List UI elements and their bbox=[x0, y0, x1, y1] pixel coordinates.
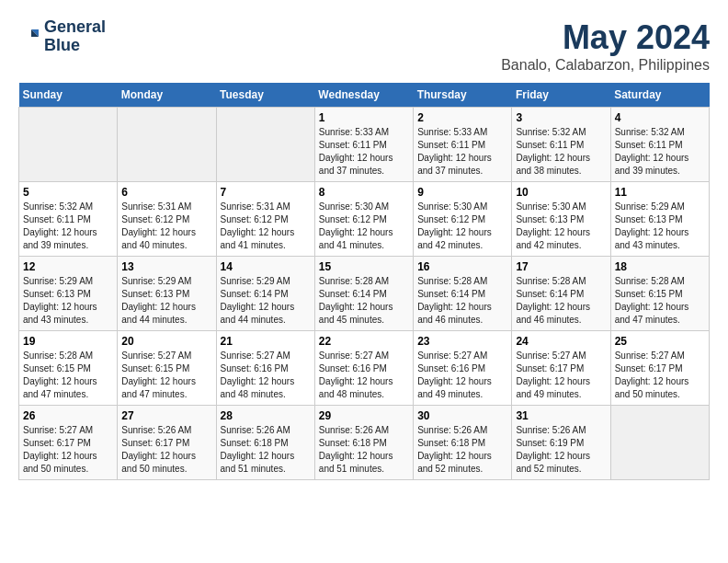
calendar-cell: 29Sunrise: 5:26 AM Sunset: 6:18 PM Dayli… bbox=[314, 406, 413, 480]
day-number: 11 bbox=[615, 186, 705, 199]
week-row-4: 19Sunrise: 5:28 AM Sunset: 6:15 PM Dayli… bbox=[19, 331, 710, 406]
day-info: Sunrise: 5:27 AM Sunset: 6:17 PM Dayligh… bbox=[23, 424, 113, 476]
day-number: 5 bbox=[23, 186, 113, 199]
day-info: Sunrise: 5:26 AM Sunset: 6:18 PM Dayligh… bbox=[417, 424, 507, 476]
day-number: 6 bbox=[121, 186, 211, 199]
day-info: Sunrise: 5:26 AM Sunset: 6:18 PM Dayligh… bbox=[319, 424, 409, 476]
day-number: 1 bbox=[319, 111, 409, 124]
weekday-header-wednesday: Wednesday bbox=[314, 83, 413, 108]
calendar-cell: 10Sunrise: 5:30 AM Sunset: 6:13 PM Dayli… bbox=[512, 182, 610, 257]
day-info: Sunrise: 5:27 AM Sunset: 6:16 PM Dayligh… bbox=[417, 350, 507, 401]
day-number: 28 bbox=[221, 409, 311, 422]
day-info: Sunrise: 5:31 AM Sunset: 6:12 PM Dayligh… bbox=[121, 201, 211, 252]
calendar-cell: 23Sunrise: 5:27 AM Sunset: 6:16 PM Dayli… bbox=[414, 331, 512, 406]
week-row-3: 12Sunrise: 5:29 AM Sunset: 6:13 PM Dayli… bbox=[19, 257, 710, 331]
day-number: 13 bbox=[121, 260, 211, 273]
calendar-cell bbox=[216, 108, 314, 182]
day-info: Sunrise: 5:33 AM Sunset: 6:11 PM Dayligh… bbox=[417, 126, 507, 178]
day-info: Sunrise: 5:27 AM Sunset: 6:17 PM Dayligh… bbox=[615, 350, 705, 401]
calendar-cell: 27Sunrise: 5:26 AM Sunset: 6:17 PM Dayli… bbox=[118, 406, 216, 480]
logo-line2: Blue bbox=[44, 37, 106, 55]
calendar-cell: 17Sunrise: 5:28 AM Sunset: 6:14 PM Dayli… bbox=[512, 257, 610, 331]
calendar-cell: 15Sunrise: 5:28 AM Sunset: 6:14 PM Dayli… bbox=[314, 257, 413, 331]
day-info: Sunrise: 5:29 AM Sunset: 6:13 PM Dayligh… bbox=[615, 201, 705, 252]
day-info: Sunrise: 5:28 AM Sunset: 6:15 PM Dayligh… bbox=[615, 275, 705, 327]
day-number: 27 bbox=[121, 409, 211, 422]
weekday-header-friday: Friday bbox=[512, 83, 610, 108]
calendar-cell: 28Sunrise: 5:26 AM Sunset: 6:18 PM Dayli… bbox=[216, 406, 314, 480]
day-number: 30 bbox=[417, 409, 507, 422]
day-number: 14 bbox=[221, 260, 311, 273]
day-number: 21 bbox=[221, 335, 311, 348]
logo-line1: General bbox=[44, 18, 106, 37]
calendar-cell: 18Sunrise: 5:28 AM Sunset: 6:15 PM Dayli… bbox=[610, 257, 709, 331]
calendar-cell: 20Sunrise: 5:27 AM Sunset: 6:15 PM Dayli… bbox=[118, 331, 216, 406]
day-number: 7 bbox=[221, 186, 311, 199]
day-info: Sunrise: 5:28 AM Sunset: 6:14 PM Dayligh… bbox=[417, 275, 507, 327]
calendar-cell: 31Sunrise: 5:26 AM Sunset: 6:19 PM Dayli… bbox=[512, 406, 610, 480]
day-info: Sunrise: 5:30 AM Sunset: 6:12 PM Dayligh… bbox=[417, 201, 507, 252]
calendar-cell: 8Sunrise: 5:30 AM Sunset: 6:12 PM Daylig… bbox=[314, 182, 413, 257]
month-title: May 2024 bbox=[501, 18, 710, 57]
day-info: Sunrise: 5:32 AM Sunset: 6:11 PM Dayligh… bbox=[615, 126, 705, 178]
day-info: Sunrise: 5:31 AM Sunset: 6:12 PM Dayligh… bbox=[221, 201, 311, 252]
calendar-cell: 2Sunrise: 5:33 AM Sunset: 6:11 PM Daylig… bbox=[414, 108, 512, 182]
day-number: 4 bbox=[615, 111, 705, 124]
day-number: 23 bbox=[417, 335, 507, 348]
day-number: 9 bbox=[417, 186, 507, 199]
calendar-cell: 4Sunrise: 5:32 AM Sunset: 6:11 PM Daylig… bbox=[610, 108, 709, 182]
day-info: Sunrise: 5:26 AM Sunset: 6:18 PM Dayligh… bbox=[221, 424, 311, 476]
day-number: 18 bbox=[615, 260, 705, 273]
weekday-header-row: SundayMondayTuesdayWednesdayThursdayFrid… bbox=[19, 83, 710, 108]
weekday-header-tuesday: Tuesday bbox=[216, 83, 314, 108]
day-number: 8 bbox=[319, 186, 409, 199]
calendar-cell: 26Sunrise: 5:27 AM Sunset: 6:17 PM Dayli… bbox=[19, 406, 118, 480]
calendar-table: SundayMondayTuesdayWednesdayThursdayFrid… bbox=[18, 83, 710, 480]
weekday-header-monday: Monday bbox=[118, 83, 216, 108]
logo: General Blue bbox=[18, 18, 106, 55]
day-info: Sunrise: 5:32 AM Sunset: 6:11 PM Dayligh… bbox=[516, 126, 606, 178]
location-title: Banalo, Calabarzon, Philippines bbox=[501, 57, 710, 74]
day-info: Sunrise: 5:26 AM Sunset: 6:19 PM Dayligh… bbox=[516, 424, 606, 476]
day-number: 19 bbox=[23, 335, 113, 348]
calendar-cell: 6Sunrise: 5:31 AM Sunset: 6:12 PM Daylig… bbox=[118, 182, 216, 257]
calendar-cell: 22Sunrise: 5:27 AM Sunset: 6:16 PM Dayli… bbox=[314, 331, 413, 406]
title-area: May 2024 Banalo, Calabarzon, Philippines bbox=[501, 18, 710, 74]
calendar-cell bbox=[118, 108, 216, 182]
day-info: Sunrise: 5:27 AM Sunset: 6:16 PM Dayligh… bbox=[221, 350, 311, 401]
day-info: Sunrise: 5:29 AM Sunset: 6:13 PM Dayligh… bbox=[121, 275, 211, 327]
calendar-cell: 16Sunrise: 5:28 AM Sunset: 6:14 PM Dayli… bbox=[414, 257, 512, 331]
week-row-5: 26Sunrise: 5:27 AM Sunset: 6:17 PM Dayli… bbox=[19, 406, 710, 480]
day-info: Sunrise: 5:27 AM Sunset: 6:16 PM Dayligh… bbox=[319, 350, 409, 401]
day-info: Sunrise: 5:29 AM Sunset: 6:14 PM Dayligh… bbox=[221, 275, 311, 327]
day-info: Sunrise: 5:29 AM Sunset: 6:13 PM Dayligh… bbox=[23, 275, 113, 327]
week-row-2: 5Sunrise: 5:32 AM Sunset: 6:11 PM Daylig… bbox=[19, 182, 710, 257]
day-info: Sunrise: 5:27 AM Sunset: 6:17 PM Dayligh… bbox=[516, 350, 606, 401]
day-number: 22 bbox=[319, 335, 409, 348]
weekday-header-sunday: Sunday bbox=[19, 83, 118, 108]
logo-icon bbox=[18, 26, 40, 48]
calendar-cell: 19Sunrise: 5:28 AM Sunset: 6:15 PM Dayli… bbox=[19, 331, 118, 406]
calendar-cell: 9Sunrise: 5:30 AM Sunset: 6:12 PM Daylig… bbox=[414, 182, 512, 257]
calendar-cell bbox=[610, 406, 709, 480]
day-number: 2 bbox=[417, 111, 507, 124]
calendar-cell: 1Sunrise: 5:33 AM Sunset: 6:11 PM Daylig… bbox=[314, 108, 413, 182]
day-info: Sunrise: 5:28 AM Sunset: 6:14 PM Dayligh… bbox=[516, 275, 606, 327]
day-number: 25 bbox=[615, 335, 705, 348]
calendar-cell: 24Sunrise: 5:27 AM Sunset: 6:17 PM Dayli… bbox=[512, 331, 610, 406]
logo-text: General Blue bbox=[44, 18, 106, 55]
day-number: 26 bbox=[23, 409, 113, 422]
calendar-cell: 25Sunrise: 5:27 AM Sunset: 6:17 PM Dayli… bbox=[610, 331, 709, 406]
calendar-cell: 7Sunrise: 5:31 AM Sunset: 6:12 PM Daylig… bbox=[216, 182, 314, 257]
day-number: 31 bbox=[516, 409, 606, 422]
calendar-cell: 21Sunrise: 5:27 AM Sunset: 6:16 PM Dayli… bbox=[216, 331, 314, 406]
day-info: Sunrise: 5:30 AM Sunset: 6:12 PM Dayligh… bbox=[319, 201, 409, 252]
day-number: 15 bbox=[319, 260, 409, 273]
day-number: 24 bbox=[516, 335, 606, 348]
day-info: Sunrise: 5:28 AM Sunset: 6:15 PM Dayligh… bbox=[23, 350, 113, 401]
day-info: Sunrise: 5:27 AM Sunset: 6:15 PM Dayligh… bbox=[121, 350, 211, 401]
day-info: Sunrise: 5:28 AM Sunset: 6:14 PM Dayligh… bbox=[319, 275, 409, 327]
day-number: 16 bbox=[417, 260, 507, 273]
header: General Blue May 2024 Banalo, Calabarzon… bbox=[18, 18, 710, 74]
calendar-cell: 11Sunrise: 5:29 AM Sunset: 6:13 PM Dayli… bbox=[610, 182, 709, 257]
